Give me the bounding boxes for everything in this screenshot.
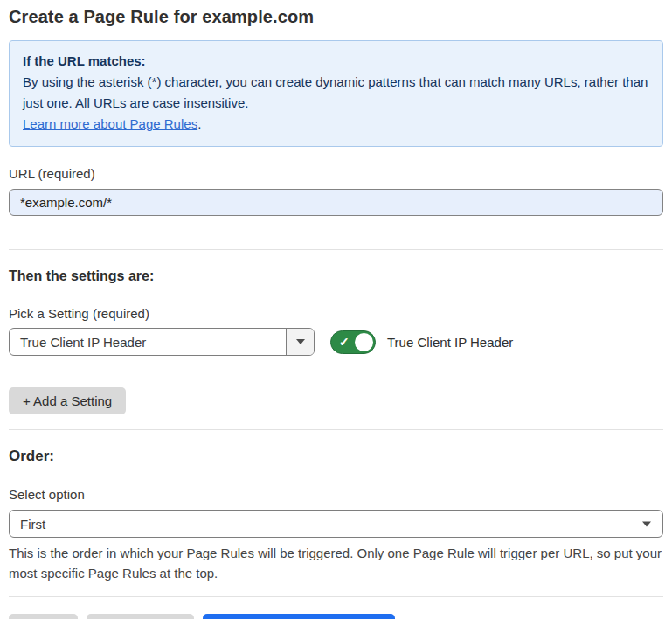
settings-section-heading: Then the settings are: [9,268,663,284]
save-deploy-button[interactable]: Save and Deploy Page Rule [203,614,395,619]
pick-setting-label: Pick a Setting (required) [9,306,663,321]
url-input[interactable] [9,189,663,216]
divider [9,429,663,430]
order-select[interactable]: First [9,510,663,538]
setting-toggle-label: True Client IP Header [387,335,513,350]
chevron-down-icon [642,522,651,527]
divider [9,249,663,250]
info-box-heading: If the URL matches: [23,51,649,72]
setting-select-arrow-button[interactable] [286,329,314,355]
chevron-down-icon [296,339,305,344]
divider [9,596,663,597]
setting-select-value: True Client IP Header [10,335,286,350]
page-title: Create a Page Rule for example.com [9,7,663,27]
cancel-button[interactable]: Cancel [9,614,78,619]
learn-more-link[interactable]: Learn more about Page Rules [23,116,197,131]
toggle-knob [355,333,373,351]
link-suffix: . [197,116,201,131]
check-icon: ✓ [339,335,350,349]
setting-toggle[interactable]: ✓ [330,330,376,354]
page-rule-form: Create a Page Rule for example.com If th… [0,7,672,619]
setting-select[interactable]: True Client IP Header [9,328,315,356]
order-section-heading: Order: [9,448,663,465]
footer-actions: Cancel Save as Draft Save and Deploy Pag… [9,614,663,619]
setting-row: True Client IP Header ✓ True Client IP H… [9,328,663,356]
order-select-label: Select option [9,487,663,502]
info-box-body: By using the asterisk (*) character, you… [23,72,649,114]
add-setting-button[interactable]: + Add a Setting [9,387,126,414]
order-help-text: This is the order in which your Page Rul… [9,543,663,583]
url-match-info-box: If the URL matches: By using the asteris… [9,40,663,147]
url-field-label: URL (required) [9,166,663,181]
order-select-value: First [10,517,45,532]
save-draft-button[interactable]: Save as Draft [87,614,194,619]
info-box-link-line: Learn more about Page Rules. [23,114,649,135]
